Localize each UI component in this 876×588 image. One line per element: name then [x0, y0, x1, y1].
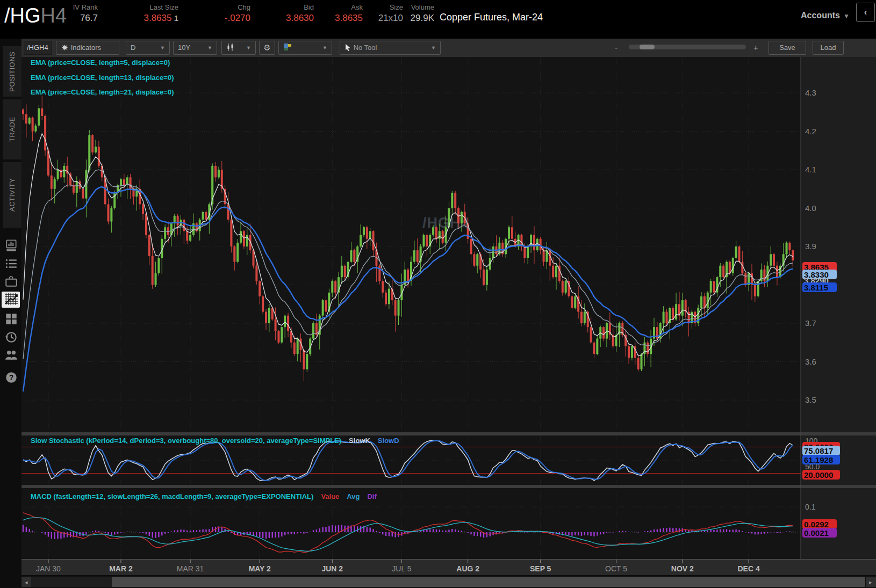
x-axis-label: JUN 2 [321, 564, 343, 573]
stat-last-size: Last Size3.8635 1 [98, 3, 178, 24]
chart-style-dropdown[interactable]: ▼ [221, 41, 256, 55]
load-button[interactable]: Load [813, 41, 844, 55]
zoom-in-button[interactable]: + [753, 43, 758, 52]
x-axis-label: DEC 4 [737, 564, 759, 573]
studies-icon [61, 43, 69, 52]
stochastic-plot-label: SlowD [378, 437, 399, 445]
price-axis-label: 4.1 [805, 165, 816, 174]
top-header: /HGH4 IV Rank76.7Last Size3.8635 1Chg-.0… [0, 0, 876, 39]
chart-toolbar: /HGH4 Indicators D▼ 10Y▼ ▼ ⚙ ▼ No Tool▼ … [21, 39, 876, 57]
stat-iv-rank: IV Rank76.7 [17, 3, 98, 24]
community-icon[interactable] [4, 348, 18, 362]
price-axis-label: 4.3 [805, 88, 816, 97]
macd-plot-label: Avg [347, 492, 360, 500]
svg-text:?: ? [9, 373, 14, 382]
instrument-title: Copper Futures, Mar-24 [440, 12, 543, 23]
axis-bubble-value: 75.0817 [804, 446, 833, 455]
x-axis-label: MAR 31 [177, 564, 204, 573]
dashboard-icon[interactable] [4, 312, 18, 326]
x-axis-label: OCT 5 [605, 564, 627, 573]
scroll-right-icon[interactable]: ▸ [869, 579, 872, 585]
chart-grid-icon[interactable] [2, 292, 20, 308]
price-axis-label: 3.6 [805, 357, 816, 366]
chevron-down-icon: ▼ [431, 41, 436, 54]
price-axis-label: 3.9 [805, 242, 816, 251]
ema-legend-21: EMA (price=CLOSE, length=21, displace=0) [31, 88, 181, 96]
axis-bubble-value: 61.1928 [804, 455, 833, 464]
stochastic-study-label: Slow Stochastic (kPeriod=14, dPeriod=3, … [31, 437, 341, 445]
chevron-down-icon: ▼ [160, 41, 165, 54]
ema-study-label: EMA (price=CLOSE, length=13, displace=0) [31, 74, 174, 82]
macd-plot-label: Dif [367, 492, 376, 500]
sidebar-tab-activity[interactable]: ACTIVITY [3, 162, 21, 228]
x-axis-label: MAR 2 [109, 564, 133, 573]
ema-legend-5: EMA (price=CLOSE, length=5, displace=0) [31, 59, 177, 67]
axis-bubble-value: 3.8115 [804, 283, 828, 292]
help-icon[interactable]: ? [4, 371, 18, 384]
save-button[interactable]: Save [769, 41, 806, 55]
zoom-slider-thumb[interactable] [640, 45, 655, 49]
x-axis-label: AUG 2 [456, 564, 479, 573]
price-axis-label: 4.2 [805, 127, 816, 136]
macd-study-label: MACD (fastLength=12, slowLength=26, macd… [31, 492, 313, 500]
grid-layout-dropdown[interactable]: ▼ [278, 41, 332, 55]
quote-monitor-icon[interactable] [4, 238, 18, 252]
zoom-out-button[interactable]: - [615, 43, 617, 53]
symbol-input[interactable]: /HGH4 [24, 41, 52, 55]
stat-volume: Volume29.9K [354, 3, 434, 24]
price-axis-label: 4.0 [805, 204, 816, 213]
grid-layout-icon [283, 43, 292, 52]
drawing-tool-dropdown[interactable]: No Tool▼ [340, 41, 441, 55]
ema-legend-13: EMA (price=CLOSE, length=13, displace=0) [31, 74, 181, 82]
axis-bubble-value: 20.0000 [804, 470, 833, 480]
macd-axis-label: 0.1 [805, 503, 816, 511]
candlestick-icon [226, 43, 235, 52]
chevron-left-icon: ‹ [864, 7, 867, 17]
chart-settings-button[interactable]: ⚙ [259, 41, 275, 55]
collapse-panel-button[interactable]: ‹ [856, 3, 875, 22]
interval-dropdown[interactable]: D▼ [126, 41, 170, 55]
zoom-slider-track[interactable] [629, 45, 746, 49]
ema-study-label: EMA (price=CLOSE, length=5, displace=0) [31, 59, 170, 67]
chevron-down-icon: ▼ [246, 41, 251, 54]
chart-canvas[interactable]: 4.34.24.14.03.93.83.73.63.5/HGH410050.00… [21, 57, 876, 588]
x-axis-label: SEP 5 [530, 564, 551, 573]
x-axis-label: MAY 2 [249, 564, 271, 573]
macd-plot-label: Value [321, 492, 339, 500]
watchlist-icon[interactable] [4, 257, 18, 271]
x-axis-label: JAN 30 [36, 564, 61, 573]
chevron-down-icon: ▼ [322, 41, 327, 54]
stochastic-legend: Slow Stochastic (kPeriod=14, dPeriod=3, … [31, 437, 407, 445]
sidebar-tab-positions[interactable]: POSITIONS [3, 46, 21, 97]
tv-icon[interactable] [4, 274, 18, 288]
scrollbar-thumb[interactable] [112, 577, 865, 587]
history-icon[interactable] [4, 330, 18, 344]
cursor-icon [344, 43, 351, 52]
scroll-left-icon[interactable]: ◂ [25, 579, 28, 585]
x-axis-label: NOV 2 [671, 564, 694, 573]
gear-icon: ⚙ [263, 43, 270, 52]
application-window: /HGH4 IV Rank76.7Last Size3.8635 1Chg-.0… [0, 0, 876, 588]
stochastic-plot-label: SlowK [349, 437, 370, 445]
left-sidebar: POSITIONSTRADEACTIVITY? [0, 39, 21, 588]
range-dropdown[interactable]: 10Y▼ [173, 41, 217, 55]
chevron-down-icon: ▼ [207, 41, 212, 54]
accounts-dropdown[interactable]: Accounts▼ [801, 11, 850, 20]
axis-bubble-value: 0.0292 [804, 520, 829, 529]
indicators-button[interactable]: Indicators [56, 41, 119, 55]
axis-bubble-value: 0.0021 [804, 528, 829, 538]
price-axis-label: 3.7 [805, 318, 816, 328]
macd-legend: MACD (fastLength=12, slowLength=26, macd… [31, 492, 384, 500]
ema-study-label: EMA (price=CLOSE, length=21, displace=0) [31, 88, 174, 96]
chevron-down-icon: ▼ [843, 12, 850, 20]
x-axis-label: JUL 5 [392, 564, 411, 573]
price-axis-label: 3.5 [805, 395, 816, 404]
sidebar-tab-trade[interactable]: TRADE [3, 99, 21, 159]
